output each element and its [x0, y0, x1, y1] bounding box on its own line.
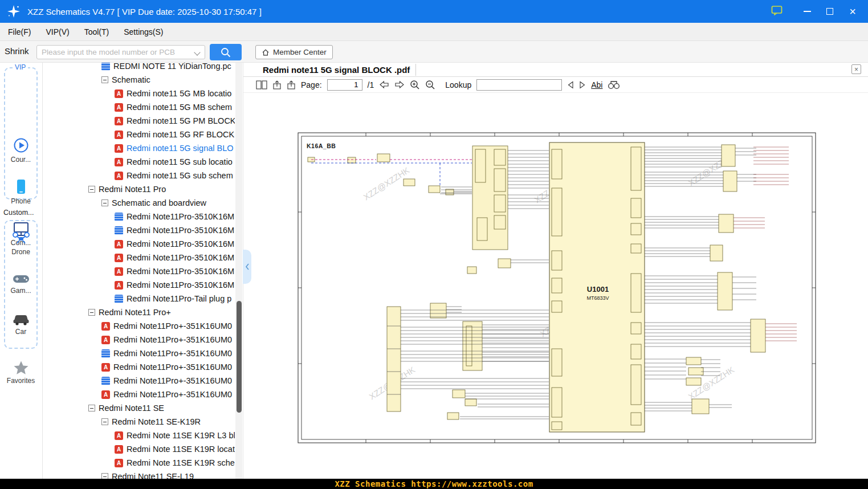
left-sidebar: VIP Cour... Phone Com... Custom... Drone…	[0, 63, 43, 479]
pdf-canvas[interactable]: K16A_BB XZZ@XZZHK XZZ@XZZHK XZZ@XZZHK XZ…	[243, 93, 868, 479]
tree-item[interactable]: Redmi Note11Pro+-351K16UM0	[43, 333, 235, 347]
tree-item[interactable]: Redmi note11 5G signal BLO	[43, 141, 235, 155]
car-icon	[12, 312, 30, 326]
custom-group-label: Custom...	[3, 209, 34, 217]
menu-tool[interactable]: Tool(T)	[84, 27, 109, 36]
tree-item[interactable]: Redmi Note11Pro-3510K16M	[43, 223, 235, 237]
find-prev-icon[interactable]	[567, 81, 574, 89]
home-icon	[262, 48, 270, 56]
collapse-icon	[88, 405, 95, 411]
sidebar-item-label: Drone	[11, 248, 30, 256]
maximize-button[interactable]	[822, 4, 837, 19]
lookup-input[interactable]	[476, 79, 562, 91]
scrollbar-thumb[interactable]	[237, 301, 242, 413]
binoculars-search-icon[interactable]	[608, 80, 620, 89]
tree-item[interactable]: REDMI NOTE 11 YiDianTong.pc	[43, 63, 235, 73]
tree-item[interactable]: Schematic and boardview	[43, 196, 235, 210]
tree-item[interactable]: Redmi Note 11SE K19R L3 bl	[43, 429, 235, 442]
sidebar-item-favorites[interactable]: Favorites	[4, 360, 38, 385]
sidebar-item-label: Cour...	[11, 156, 31, 164]
tree-item[interactable]: Redmi note11 5G RF BLOCK .	[43, 128, 235, 141]
tree-item[interactable]: Redmi Note11Pro+-351K16UM0	[43, 360, 235, 374]
shrink-button[interactable]: Shrink	[5, 46, 29, 56]
tree-item[interactable]: Redmi note11 5G sub schem	[43, 169, 235, 182]
tree-item[interactable]: Redmi note11 5G sub locatio	[43, 155, 235, 169]
model-search-input[interactable]	[36, 45, 205, 59]
tree-item[interactable]: Redmi note11 5G MB locatio	[43, 87, 235, 100]
sidebar-item-drone[interactable]: Drone	[4, 231, 38, 256]
pdf-viewer: Redmi note11 5G signal BLOCK .pdf × Page…	[243, 63, 868, 479]
tree-item[interactable]: Schematic	[43, 73, 235, 87]
main-chip-ref: U1001	[587, 285, 609, 294]
menu-settings[interactable]: Settings(S)	[124, 27, 163, 36]
lookup-label: Lookup	[445, 80, 471, 89]
tree-item[interactable]: Redmi Note11 Pro	[43, 182, 235, 196]
tree-item[interactable]: Redmi Note11Pro-3510K16M	[43, 278, 235, 292]
tree-item[interactable]: Redmi Note11 SE	[43, 401, 235, 415]
tree-item[interactable]: Redmi Note11Pro+-351K16UM0	[43, 388, 235, 401]
title-bar: XZZ Schematics V4.77 [ VIP Due date: 202…	[0, 0, 868, 23]
tree-item[interactable]: Redmi note11 5G MB schem	[43, 100, 235, 114]
match-case-button[interactable]: Abi	[591, 80, 602, 89]
collapse-icon	[101, 199, 108, 206]
tree-item[interactable]: Redmi Note11Pro-3510K16M	[43, 210, 235, 223]
search-button[interactable]	[210, 44, 242, 60]
pdf-file-icon	[115, 281, 123, 290]
page-number-input[interactable]	[327, 79, 362, 91]
board-file-icon	[101, 63, 110, 71]
u1001-block: U1001 MT6833V	[549, 142, 645, 432]
pdf-file-icon	[115, 254, 123, 262]
board-file-icon	[115, 295, 123, 303]
app-logo-icon	[6, 3, 22, 19]
tree-scrollbar[interactable]	[235, 63, 242, 479]
zoom-out-icon[interactable]	[425, 80, 435, 90]
tab-pdf[interactable]: Redmi note11 5G signal BLOCK .pdf	[263, 63, 410, 76]
sidebar-item-car[interactable]: Car	[4, 312, 38, 336]
tree-item[interactable]: Redmi Note11 SE-L19	[43, 470, 235, 479]
feedback-icon[interactable]	[771, 5, 783, 18]
schematic-page: K16A_BB XZZ@XZZHK XZZ@XZZHK XZZ@XZZHK XZ…	[298, 132, 816, 443]
course-play-icon	[13, 137, 30, 154]
gamepad-icon	[12, 272, 30, 285]
find-next-icon[interactable]	[579, 81, 586, 89]
tree-item[interactable]: Redmi Note11Pro-3510K16M	[43, 264, 235, 278]
sidebar-item-phone[interactable]: Phone	[4, 178, 38, 205]
menu-vip[interactable]: VIP(V)	[46, 27, 69, 36]
member-center-button[interactable]: Member Center	[255, 45, 333, 59]
tree-item[interactable]: Redmi Note11 SE-K19R	[43, 415, 235, 429]
tree-item[interactable]: Redmi Note11Pro-3510K16M	[43, 251, 235, 264]
pdf-file-icon	[101, 363, 110, 372]
pdf-file-icon	[101, 322, 110, 331]
member-center-label: Member Center	[273, 48, 327, 56]
pdf-file-icon	[115, 172, 123, 180]
tree-item[interactable]: Redmi Note11 Pro+	[43, 305, 235, 319]
fit-width-icon[interactable]	[287, 80, 296, 89]
phone-icon	[14, 178, 28, 195]
collapse-panel-handle[interactable]	[243, 250, 251, 284]
tree-item[interactable]: Redmi Note11Pro+-351K16UM0	[43, 374, 235, 388]
close-button[interactable]: ×	[845, 4, 860, 19]
tab-close-button[interactable]: ×	[851, 64, 861, 74]
sidebar-item-course[interactable]: Cour...	[4, 137, 38, 164]
tree-item[interactable]: Redmi Note11Pro-3510K16M	[43, 237, 235, 251]
tree-item[interactable]: Redmi note11 5G PM BLOCK	[43, 114, 235, 128]
fit-page-icon[interactable]	[272, 80, 282, 89]
page-label: Page:	[301, 80, 322, 89]
pdf-file-icon	[115, 240, 123, 248]
sidebar-item-game[interactable]: Gam...	[4, 272, 38, 295]
next-page-icon[interactable]	[394, 80, 405, 89]
pdf-file-icon	[101, 336, 110, 344]
board-file-icon	[101, 349, 110, 358]
menu-file[interactable]: File(F)	[8, 27, 31, 36]
two-page-view-icon[interactable]	[256, 80, 267, 89]
prev-page-icon[interactable]	[379, 80, 389, 89]
tree-item[interactable]: Redmi Note11Pro+-351K16UM0	[43, 319, 235, 333]
tab-divider	[415, 64, 416, 76]
tree-item[interactable]: Redmi Note 11SE K19R locat	[43, 442, 235, 456]
zoom-in-icon[interactable]	[410, 80, 420, 90]
minimize-button[interactable]	[800, 4, 814, 19]
pdf-file-icon	[115, 431, 123, 440]
tree-item[interactable]: Redmi Note 11SE K19R scher	[43, 456, 235, 470]
tree-item[interactable]: Redmi Note11Pro-Tail plug p	[43, 292, 235, 305]
tree-item[interactable]: Redmi Note11Pro+-351K16UM0	[43, 347, 235, 360]
